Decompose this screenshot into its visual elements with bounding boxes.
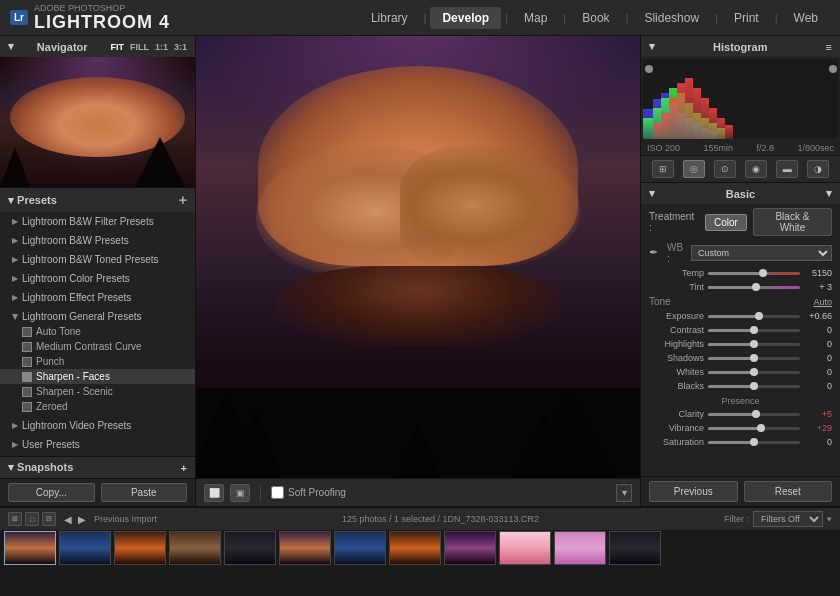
preset-group-bw-item[interactable]: ▶ Lightroom B&W Presets (0, 233, 195, 248)
preset-group-color-item[interactable]: ▶ Lightroom Color Presets (0, 271, 195, 286)
tab-slideshow[interactable]: Slideshow (632, 7, 711, 29)
saturation-thumb[interactable] (750, 438, 758, 446)
tab-map[interactable]: Map (512, 7, 559, 29)
vibrance-thumb[interactable] (757, 424, 765, 432)
shadows-slider[interactable] (708, 357, 800, 360)
preset-group-effect-item[interactable]: ▶ Lightroom Effect Presets (0, 290, 195, 305)
navigator-thumbnail[interactable] (0, 57, 195, 187)
snapshots-header[interactable]: ▾ Snapshots + (0, 457, 195, 478)
auto-button[interactable]: Auto (813, 297, 832, 307)
copy-button[interactable]: Copy... (8, 483, 95, 502)
lr-badge: Lr (10, 10, 28, 25)
preset-group-bw-toned-item[interactable]: ▶ Lightroom B&W Toned Presets (0, 252, 195, 267)
shadows-thumb[interactable] (750, 354, 758, 362)
tint-slider[interactable] (708, 286, 800, 289)
filmstrip-next-button[interactable]: ▶ (76, 514, 88, 525)
preset-punch[interactable]: Punch (0, 354, 195, 369)
preset-sharpen-scenic[interactable]: Sharpen - Scenic (0, 384, 195, 399)
tab-develop[interactable]: Develop (430, 7, 501, 29)
preset-group-user-item[interactable]: ▶ User Presets (0, 437, 195, 452)
histogram-menu-icon[interactable]: ≡ (826, 41, 832, 53)
graduated-filter-tool[interactable]: ▬ (776, 160, 798, 178)
film-thumb-6[interactable] (279, 531, 331, 565)
film-thumb-3[interactable] (114, 531, 166, 565)
red-eye-tool[interactable]: ◉ (745, 160, 767, 178)
exposure-fill (708, 315, 759, 318)
snapshots-add-button[interactable]: + (181, 462, 187, 474)
main-image-area[interactable] (196, 36, 640, 478)
film-thumb-12[interactable] (609, 531, 661, 565)
highlights-slider[interactable] (708, 343, 800, 346)
toolbar-expand-button[interactable]: ▾ (616, 484, 632, 502)
eyedropper-tool[interactable]: ✒ (649, 246, 663, 260)
tab-book[interactable]: Book (570, 7, 621, 29)
paste-button[interactable]: Paste (101, 483, 188, 502)
film-thumb-5[interactable] (224, 531, 276, 565)
whites-slider[interactable] (708, 371, 800, 374)
preset-group-general-item[interactable]: ▶ Lightroom General Presets (0, 309, 195, 324)
preset-group-bw-filter-item[interactable]: ▶ Lightroom B&W Filter Presets (0, 214, 195, 229)
preset-medium-contrast[interactable]: Medium Contrast Curve (0, 339, 195, 354)
tab-library[interactable]: Library (359, 7, 420, 29)
film-thumb-11[interactable] (554, 531, 606, 565)
tab-web[interactable]: Web (782, 7, 830, 29)
contrast-slider[interactable] (708, 329, 800, 332)
spot-removal-tool[interactable]: ⊙ (714, 160, 736, 178)
blacks-slider[interactable] (708, 385, 800, 388)
basic-menu-icon[interactable]: ▾ (826, 187, 832, 200)
vibrance-slider[interactable] (708, 427, 800, 430)
contrast-thumb[interactable] (750, 326, 758, 334)
film-thumb-10[interactable] (499, 531, 551, 565)
exposure-thumb[interactable] (755, 312, 763, 320)
presets-add-button[interactable]: + (179, 192, 187, 208)
preset-group-video-item[interactable]: ▶ Lightroom Video Presets (0, 418, 195, 433)
grid-view-icon[interactable]: ⊞ (8, 512, 22, 526)
soft-proofing-checkbox[interactable] (271, 486, 284, 499)
basic-panel-header[interactable]: ▾ Basic ▾ (641, 183, 840, 204)
highlights-thumb[interactable] (750, 340, 758, 348)
compare-icon[interactable]: ▣ (230, 484, 250, 502)
histogram-header[interactable]: ▾ Histogram ≡ (641, 36, 840, 57)
filmstrip-prev-button[interactable]: ◀ (62, 514, 74, 525)
develop-tool[interactable]: ◎ (683, 160, 705, 178)
clarity-thumb[interactable] (752, 410, 760, 418)
wb-select[interactable]: Custom As Shot Auto Daylight Cloudy (691, 245, 832, 261)
survey-view-icon[interactable]: ⊟ (42, 512, 56, 526)
preset-auto-tone[interactable]: Auto Tone (0, 324, 195, 339)
presets-header[interactable]: ▾ Presets + (0, 188, 195, 212)
whites-thumb[interactable] (750, 368, 758, 376)
film-thumb-7[interactable] (334, 531, 386, 565)
saturation-slider[interactable] (708, 441, 800, 444)
nav-3-1[interactable]: 3:1 (174, 42, 187, 52)
previous-button[interactable]: Previous (649, 481, 738, 502)
tint-thumb[interactable] (752, 283, 760, 291)
film-thumb-8[interactable] (389, 531, 441, 565)
film-thumb-1[interactable] (4, 531, 56, 565)
preset-zeroed[interactable]: Zeroed (0, 399, 195, 414)
bw-button[interactable]: Black & White (753, 208, 832, 236)
nav-fit[interactable]: FIT (110, 42, 124, 52)
color-button[interactable]: Color (705, 214, 747, 231)
navigator-header[interactable]: ▾ Navigator FIT FILL 1:1 3:1 (0, 36, 195, 57)
nav-fill[interactable]: FILL (130, 42, 149, 52)
film-thumb-2[interactable] (59, 531, 111, 565)
loupe-view-icon[interactable]: □ (25, 512, 39, 526)
film-thumb-4[interactable] (169, 531, 221, 565)
filter-select[interactable]: Filters Off Flagged Unflagged Rejected (753, 511, 823, 527)
film-thumb-9[interactable] (444, 531, 496, 565)
tab-print[interactable]: Print (722, 7, 771, 29)
exposure-slider[interactable] (708, 315, 800, 318)
crop-tool[interactable]: ⊞ (652, 160, 674, 178)
left-panel: ▾ Navigator FIT FILL 1:1 3:1 ▾ (0, 36, 196, 506)
loupe-icon[interactable]: ⬜ (204, 484, 224, 502)
clarity-slider[interactable] (708, 413, 800, 416)
nav-1-1[interactable]: 1:1 (155, 42, 168, 52)
filter-dropdown-arrow[interactable]: ▾ (827, 514, 832, 524)
temp-thumb[interactable] (759, 269, 767, 277)
radial-filter-tool[interactable]: ◑ (807, 160, 829, 178)
reset-button[interactable]: Reset (744, 481, 833, 502)
preset-sharpen-faces[interactable]: Sharpen - Faces (0, 369, 195, 384)
blacks-thumb[interactable] (750, 382, 758, 390)
temp-slider[interactable] (708, 272, 800, 275)
previous-import-label[interactable]: Previous Import (94, 514, 157, 524)
